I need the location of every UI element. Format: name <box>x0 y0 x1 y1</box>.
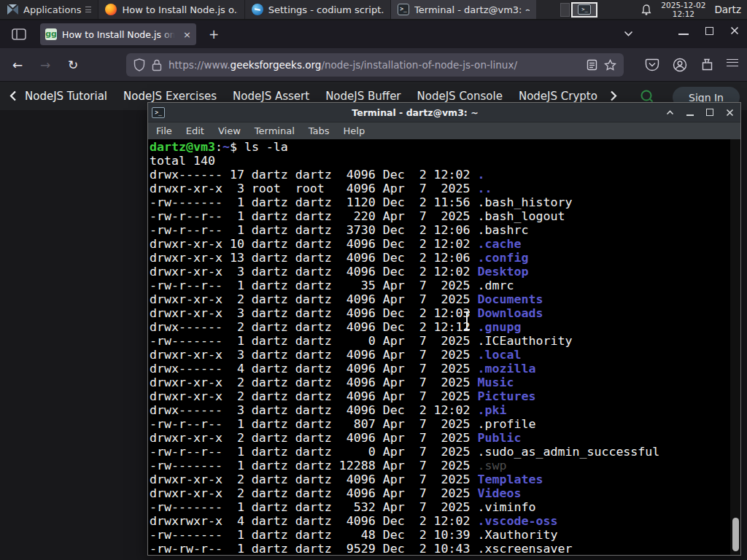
reader-view-icon[interactable] <box>587 59 597 71</box>
terminal-scrollbar[interactable] <box>730 139 740 555</box>
taskbar-window-vscodium[interactable]: Settings - codium script... <box>244 0 390 19</box>
terminal-line: drwx------ 2 dartz dartz 4096 Dec 2 12:1… <box>150 320 740 334</box>
workspace-switcher[interactable]: >_ <box>560 0 597 19</box>
terminal-mini-icon: >_ <box>578 4 591 15</box>
browser-tab-bar: gg How to Install Node.js on × + <box>0 20 747 48</box>
url-text[interactable]: https://www.geeksforgeeks.org/node-js/in… <box>169 59 580 71</box>
nav-scroll-right-icon[interactable] <box>610 90 617 101</box>
terminal-line: drwxr-xr-x 2 dartz dartz 4096 Apr 7 2025… <box>150 486 740 500</box>
clock-date: 2025-12-02 <box>661 1 705 9</box>
terminal-text-segment: dartz@vm3 <box>150 140 215 154</box>
search-icon[interactable] <box>640 89 654 104</box>
clock[interactable]: 2025-12-02 12:12 <box>661 1 705 18</box>
extensions-icon[interactable] <box>700 58 713 71</box>
window-maximize-button[interactable] <box>705 27 713 35</box>
browser-toolbar: ← → ↻ https://www.geeksforgeeks.org/node… <box>0 48 747 82</box>
terminal-maximize-button[interactable] <box>706 109 713 116</box>
terminal-text-segment: $ ls -la <box>230 140 288 154</box>
desktop: Applications How to Install Node.js o...… <box>0 0 747 560</box>
terminal-line: dartz@vm3:~$ ls -la <box>150 140 740 154</box>
terminal-minimize-button[interactable] <box>686 109 694 116</box>
terminal-text-segment: drwxr-xr-x 2 dartz dartz 4096 Apr 7 2025 <box>150 376 478 389</box>
terminal-text-segment: drwxr-xr-x 3 dartz dartz 4096 Dec 2 12:0… <box>150 265 478 279</box>
terminal-text-segment: .config <box>478 251 529 265</box>
terminal-title: Terminal - dartz@vm3: ~ <box>148 107 682 118</box>
reload-button[interactable]: ↻ <box>64 56 82 74</box>
terminal-shade-button[interactable] <box>666 110 674 115</box>
terminal-text-segment: drwx------ 3 dartz dartz 4096 Dec 2 12:0… <box>150 403 478 417</box>
url-path: /node-js/installation-of-node-js-on-linu… <box>321 59 517 71</box>
window-button-label: Terminal - dartz@vm3: ~ <box>414 4 530 15</box>
terminal-line: drwx------ 4 dartz dartz 4096 Apr 7 2025… <box>150 362 740 376</box>
applications-menu-button[interactable]: Applications <box>0 0 98 19</box>
tab-close-icon[interactable]: × <box>183 30 191 39</box>
pocket-icon[interactable] <box>645 58 659 72</box>
terminal-line: drwxr-xr-x 2 dartz dartz 4096 Apr 7 2025… <box>150 376 740 389</box>
ibeam-cursor <box>462 311 472 331</box>
user-menu[interactable]: Dartz <box>714 4 741 15</box>
terminal-text-segment: drwxr-xr-x 2 dartz dartz 4096 Apr 7 2025 <box>150 486 478 500</box>
terminal-text-segment: -rw------- 1 dartz dartz 0 Apr 7 2025 .I… <box>150 334 572 348</box>
terminal-menu-file[interactable]: File <box>156 125 172 136</box>
nav-link-nodejs-assert[interactable]: NodeJS Assert <box>233 90 309 103</box>
nav-link-nodejs-buffer[interactable]: NodeJS Buffer <box>325 90 400 103</box>
firefox-view-icon[interactable] <box>12 28 26 40</box>
terminal-text-segment: -rw-r--r-- 1 dartz dartz 807 Apr 7 2025 … <box>150 417 536 431</box>
taskbar-window-terminal[interactable]: >_Terminal - dartz@vm3: ~ <box>390 0 536 19</box>
terminal-text-segment: drwxr-xr-x 10 dartz dartz 4096 Dec 2 12:… <box>150 237 478 251</box>
menu-lines-icon <box>85 7 91 12</box>
terminal-text-segment: drwxr-xr-x 2 dartz dartz 4096 Apr 7 2025 <box>150 292 478 306</box>
lock-icon[interactable] <box>152 59 162 71</box>
bookmark-star-icon[interactable] <box>604 59 616 71</box>
terminal-text-segment: .swp <box>478 459 507 472</box>
terminal-text-segment: drwx------ 17 dartz dartz 4096 Dec 2 12:… <box>150 168 478 182</box>
terminal-close-button[interactable] <box>726 109 734 117</box>
new-tab-button[interactable]: + <box>206 27 222 43</box>
terminal-text-segment: .cache <box>478 237 522 251</box>
terminal-text-segment: drwxr-xr-x 3 dartz dartz 4096 Apr 7 2025 <box>150 348 478 362</box>
workspace-2-active[interactable]: >_ <box>571 2 597 18</box>
terminal-menu-edit[interactable]: Edit <box>186 125 204 136</box>
terminal-scrollbar-thumb[interactable] <box>732 518 739 551</box>
taskbar-window-firefox[interactable]: How to Install Node.js o... <box>98 0 244 19</box>
terminal-text-segment: -rw-r--r-- 1 dartz dartz 0 Apr 7 2025 .s… <box>150 445 659 459</box>
address-bar[interactable]: https://www.geeksforgeeks.org/node-js/in… <box>126 53 624 77</box>
terminal-line: drwxr-xr-x 3 root root 4096 Apr 7 2025 .… <box>150 182 740 195</box>
window-close-button[interactable] <box>730 26 739 35</box>
terminal-line: drwxrwxr-x 4 dartz dartz 4096 Dec 2 12:0… <box>150 514 740 528</box>
account-icon[interactable] <box>673 58 687 72</box>
terminal-line: total 140 <box>150 154 740 168</box>
terminal-titlebar[interactable]: >_ Terminal - dartz@vm3: ~ <box>148 103 740 122</box>
back-button[interactable]: ← <box>9 56 26 74</box>
forward-button[interactable]: → <box>36 56 54 74</box>
terminal-output[interactable]: dartz@vm3:~$ ls -latotal 140drwx------ 1… <box>148 139 740 555</box>
nav-link-nodejs-exercises[interactable]: NodeJS Exercises <box>123 90 217 103</box>
terminal-line: drwxr-xr-x 2 dartz dartz 4096 Apr 7 2025… <box>150 431 740 445</box>
nav-link-nodejs-console[interactable]: NodeJS Console <box>417 90 503 103</box>
terminal-line: drwx------ 3 dartz dartz 4096 Dec 2 12:0… <box>150 403 740 417</box>
browser-tab-active[interactable]: gg How to Install Node.js on × <box>40 23 196 45</box>
terminal-text-segment: .gnupg <box>478 320 522 334</box>
list-all-tabs-chevron-icon[interactable] <box>624 31 633 36</box>
terminal-menu-terminal[interactable]: Terminal <box>255 125 295 136</box>
tracking-protection-shield-icon[interactable] <box>133 58 145 71</box>
window-minimize-button[interactable] <box>678 26 689 35</box>
terminal-text-segment: Templates <box>478 472 543 486</box>
terminal-menu-help[interactable]: Help <box>344 125 365 136</box>
terminal-text-segment: Desktop <box>478 265 529 279</box>
terminal-menu-tabs[interactable]: Tabs <box>309 125 330 136</box>
notification-bell-icon[interactable] <box>640 4 652 16</box>
clock-time: 12:12 <box>673 9 694 18</box>
terminal-menu-view[interactable]: View <box>218 125 241 136</box>
workspace-1[interactable] <box>560 3 570 17</box>
nav-link-nodejs-tutorial[interactable]: NodeJS Tutorial <box>25 90 107 103</box>
terminal-line: -rw-r--r-- 1 dartz dartz 35 Apr 7 2025 .… <box>150 279 740 292</box>
terminal-text-segment: -rw------- 1 dartz dartz 48 Dec 2 10:39 … <box>150 528 557 542</box>
terminal-text-segment: Documents <box>478 292 543 306</box>
terminal-text-segment: -rw------- 1 dartz dartz 532 Apr 7 2025 … <box>150 500 536 514</box>
terminal-text-segment: -rw------- 1 dartz dartz 1120 Dec 2 11:5… <box>150 195 572 209</box>
nav-scroll-left-icon[interactable] <box>9 90 17 101</box>
nav-link-nodejs-crypto[interactable]: NodeJS Crypto <box>519 90 597 103</box>
menu-hamburger-icon[interactable] <box>727 59 738 66</box>
terminal-text-segment: -rw-rw-r-- 1 dartz dartz 9529 Dec 2 10:4… <box>150 542 572 555</box>
